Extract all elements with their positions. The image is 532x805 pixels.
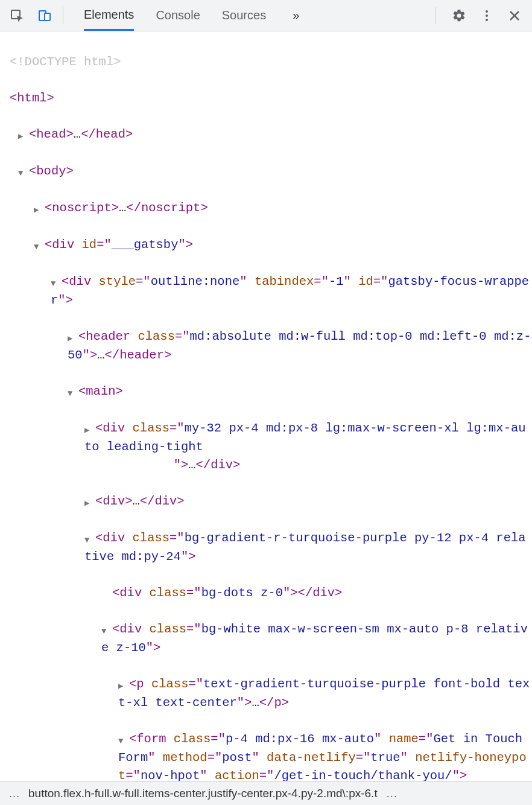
inspect-icon[interactable] [5, 4, 29, 28]
focus-wrapper-node[interactable]: ▼<div style="outline:none" tabindex="-1"… [4, 273, 532, 310]
tabs-overflow-icon[interactable]: » [288, 8, 304, 22]
div-plain-node[interactable]: ▶<div>…</div> [4, 492, 532, 511]
separator [435, 7, 435, 24]
breadcrumb[interactable]: … button.flex.h-full.w-full.items-center… [0, 781, 532, 805]
separator [63, 7, 63, 24]
devtools-toolbar: Elements Console Sources » [0, 0, 532, 31]
tabs: Elements Console Sources » [72, 1, 304, 31]
tab-console[interactable]: Console [156, 1, 200, 30]
close-icon[interactable] [505, 4, 524, 28]
head-node[interactable]: ▶<head>…</head> [4, 126, 532, 144]
device-toggle-icon[interactable] [33, 4, 57, 28]
noscript-node[interactable]: ▶<noscript>…</noscript> [4, 199, 532, 218]
form-node[interactable]: ▼<form class="p-4 md:px-16 mx-auto" name… [4, 730, 532, 785]
main-node[interactable]: ▼<main> [4, 383, 532, 401]
breadcrumb-right-ellipsis: … [384, 787, 400, 800]
dom-tree[interactable]: <!DOCTYPE html> <html> ▶<head>…</head> ▼… [0, 31, 532, 805]
div-my32-node[interactable]: ▶<div class="my-32 px-4 md:px-8 lg:max-w… [4, 419, 532, 474]
svg-point-3 [486, 10, 488, 13]
svg-point-5 [486, 19, 488, 21]
gear-icon[interactable] [450, 4, 468, 28]
p-textgrad-node[interactable]: ▶<p class="text-gradient-turquoise-purpl… [4, 675, 532, 712]
div-gradient-node[interactable]: ▼<div class="bg-gradient-r-turquoise-pur… [4, 529, 532, 566]
div-white-node[interactable]: ▼<div class="bg-white max-w-screen-sm mx… [4, 620, 532, 657]
svg-point-4 [486, 14, 488, 17]
html-node[interactable]: <html> [4, 89, 532, 107]
div-dots-node[interactable]: <div class="bg-dots z-0"></div> [4, 584, 532, 602]
breadcrumb-path[interactable]: button.flex.h-full.w-full.items-center.j… [28, 787, 378, 800]
doctype-node[interactable]: <!DOCTYPE html> [4, 53, 532, 71]
kebab-icon[interactable] [478, 4, 496, 28]
svg-rect-2 [45, 13, 50, 21]
body-node[interactable]: ▼<body> [4, 162, 532, 181]
header-node[interactable]: ▶<header class="md:absolute md:w-full md… [4, 328, 532, 364]
tab-sources[interactable]: Sources [222, 1, 266, 30]
tab-elements[interactable]: Elements [84, 1, 134, 31]
breadcrumb-left-ellipsis[interactable]: … [6, 787, 22, 800]
gatsby-div-node[interactable]: ▼<div id="___gatsby"> [4, 236, 532, 255]
